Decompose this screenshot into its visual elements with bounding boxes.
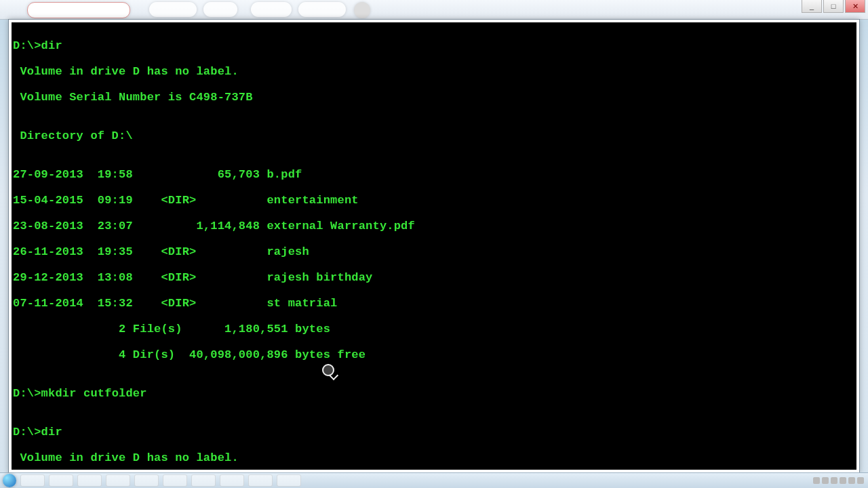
close-button[interactable]: ✕	[845, 0, 865, 13]
prompt: D:\>	[13, 387, 41, 400]
terminal-output[interactable]: D:\>dir Volume in drive D has no label. …	[12, 22, 856, 470]
prompt-line: D:\>dir	[13, 426, 855, 439]
tab-blur	[251, 2, 292, 17]
taskbar-item[interactable]	[20, 474, 45, 487]
taskbar[interactable]	[0, 472, 868, 488]
window-controls: _ □ ✕	[802, 0, 865, 15]
tab-blur	[298, 2, 346, 17]
taskbar-item[interactable]	[191, 474, 216, 487]
taskbar-item[interactable]	[77, 474, 102, 487]
window-titlebar: _ □ ✕	[0, 0, 868, 20]
prompt: D:\>	[13, 39, 41, 52]
volume-label: Volume in drive D has no label.	[13, 65, 855, 78]
taskbar-item[interactable]	[106, 474, 130, 487]
tab-blur	[149, 2, 197, 17]
prompt-line: D:\>dir	[13, 39, 855, 52]
command: dir	[41, 39, 62, 52]
dir-row: 26-11-2013 19:35 <DIR> rajesh	[13, 245, 855, 258]
command: dir	[41, 426, 62, 439]
dir-row: 27-09-2013 19:58 65,703 b.pdf	[13, 168, 855, 181]
tab-blur	[203, 2, 237, 17]
browser-tab[interactable]	[27, 2, 130, 18]
dir-row: 23-08-2013 23:07 1,114,848 external Warr…	[13, 220, 855, 232]
prompt: D:\>	[13, 426, 41, 439]
taskbar-item[interactable]	[134, 474, 159, 487]
dir-row: 07-11-2014 15:32 <DIR> st matrial	[13, 297, 855, 310]
dir-row: 29-12-2013 13:08 <DIR> rajesh birthday	[13, 271, 855, 284]
tray-icon[interactable]	[848, 477, 855, 484]
directory-header: Directory of D:\	[13, 129, 855, 142]
volume-label: Volume in drive D has no label.	[13, 451, 855, 464]
tray-icon[interactable]	[857, 477, 864, 484]
tray-icon[interactable]	[840, 477, 846, 484]
dir-summary: 2 File(s) 1,180,551 bytes	[13, 323, 855, 336]
start-button[interactable]	[3, 474, 16, 487]
taskbar-item[interactable]	[163, 474, 187, 487]
volume-serial: Volume Serial Number is C498-737B	[13, 91, 855, 104]
maximize-button[interactable]: □	[823, 0, 844, 13]
tray-icon[interactable]	[822, 477, 829, 484]
terminal-window: D:\>dir Volume in drive D has no label. …	[8, 19, 860, 473]
taskbar-item[interactable]	[248, 474, 273, 487]
taskbar-item[interactable]	[277, 474, 301, 487]
system-tray[interactable]	[813, 477, 868, 484]
tray-icon[interactable]	[831, 477, 837, 484]
tray-icon[interactable]	[813, 477, 820, 484]
desktop: _ □ ✕ D:\>dir Volume in drive D has no l…	[0, 0, 868, 488]
prompt-line: D:\>mkdir cutfolder	[13, 387, 855, 400]
command: mkdir cutfolder	[41, 387, 147, 400]
dir-summary: 4 Dir(s) 40,098,000,896 bytes free	[13, 348, 855, 361]
reload-icon[interactable]	[354, 2, 370, 18]
minimize-button[interactable]: _	[802, 0, 822, 13]
taskbar-item[interactable]	[220, 474, 244, 487]
dir-row: 15-04-2015 09:19 <DIR> entertainment	[13, 194, 855, 207]
taskbar-item[interactable]	[49, 474, 73, 487]
